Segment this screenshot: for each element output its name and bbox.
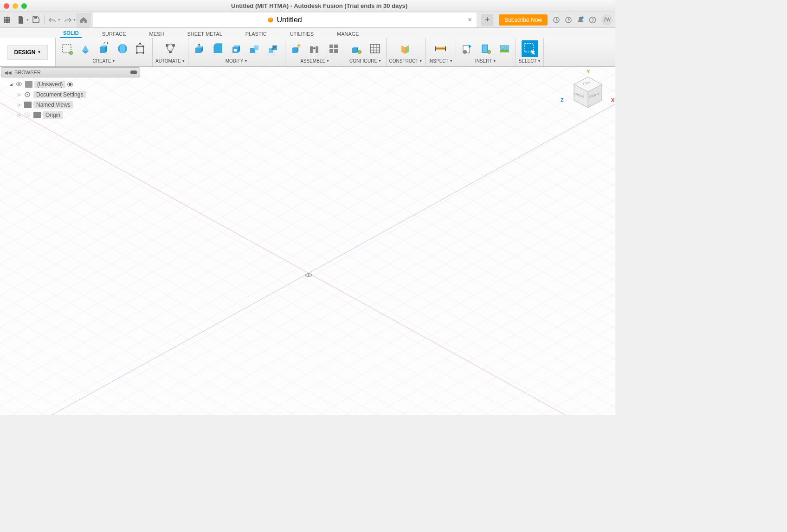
workspace-button[interactable]: DESIGN ▼ — [7, 45, 48, 60]
group-label-inspect: INSPECT — [428, 58, 448, 64]
joint-origin-button[interactable] — [325, 40, 342, 57]
insert-derive-button[interactable] — [459, 40, 476, 57]
view-cube[interactable]: Y Z X TOP FRONT RIGHT — [567, 71, 609, 113]
tab-surface[interactable]: SURFACE — [99, 30, 129, 38]
collapse-panel-icon[interactable]: ◀◀ — [4, 70, 12, 75]
new-component-button[interactable] — [288, 40, 305, 57]
save-button[interactable] — [29, 13, 43, 27]
svg-point-55 — [502, 46, 503, 48]
browser-header[interactable]: ◀◀ BROWSER — [1, 67, 140, 77]
axis-y-label: Y — [587, 69, 590, 74]
svg-rect-39 — [370, 45, 380, 53]
chevron-down-icon[interactable]: ▼ — [493, 59, 496, 63]
svg-rect-51 — [483, 45, 487, 52]
home-button[interactable] — [76, 13, 91, 27]
ribbon: DESIGN ▼ + CREATE▼ AUTOMATE▼ MODIFY▼ — [0, 38, 615, 67]
visibility-hidden-icon[interactable] — [24, 112, 32, 118]
svg-point-32 — [313, 47, 315, 49]
select-button[interactable] — [522, 40, 538, 57]
construct-plane-button[interactable] — [397, 40, 414, 57]
origin-marker-icon — [304, 271, 313, 276]
chevron-down-icon[interactable]: ▼ — [326, 59, 329, 63]
configure-button[interactable]: + — [348, 40, 365, 57]
job-status-icon[interactable] — [562, 14, 574, 26]
svg-rect-5 — [8, 19, 10, 21]
apps-grid-icon[interactable] — [0, 13, 14, 27]
tab-sheet-metal[interactable]: SHEET METAL — [184, 30, 225, 38]
ribbon-group-inspect: INSPECT▼ — [426, 38, 456, 66]
svg-line-26 — [137, 44, 140, 46]
automate-button[interactable] — [162, 40, 179, 57]
new-sketch-button[interactable]: + — [58, 40, 75, 57]
minimize-window-button[interactable] — [13, 3, 18, 9]
create-form-button[interactable] — [77, 40, 94, 57]
notifications-icon[interactable] — [574, 14, 587, 26]
close-window-button[interactable] — [4, 3, 9, 9]
svg-point-62 — [305, 273, 312, 277]
maximize-window-button[interactable] — [21, 3, 27, 9]
folder-icon — [24, 102, 32, 108]
redo-dropdown-caret-icon[interactable]: ▼ — [73, 18, 76, 21]
tab-mesh[interactable]: MESH — [147, 30, 167, 38]
expand-toggle-icon[interactable]: ▷ — [18, 103, 22, 107]
extrude-button[interactable] — [96, 40, 112, 57]
box-button[interactable] — [133, 40, 149, 57]
expand-toggle-icon[interactable]: ◢ — [9, 82, 14, 87]
user-avatar[interactable]: ZW — [601, 14, 613, 26]
group-label-modify: MODIFY — [226, 58, 244, 64]
svg-rect-2 — [8, 17, 10, 19]
expand-toggle-icon[interactable]: ▷ — [18, 113, 22, 117]
browser-panel: ◀◀ BROWSER ◢ (Unsaved) ▷ Document Settin… — [1, 67, 140, 122]
combine-button[interactable] — [247, 40, 264, 57]
subscribe-button[interactable]: Subscribe Now — [499, 14, 548, 26]
shell-button[interactable] — [228, 40, 245, 57]
active-component-radio[interactable] — [67, 82, 73, 87]
tab-plastic[interactable]: PLASTIC — [243, 30, 270, 38]
svg-rect-6 — [4, 21, 6, 23]
measure-button[interactable] — [432, 40, 449, 57]
window-title: Untitled (MIT HTMA) - Autodesk Fusion (T… — [27, 2, 612, 9]
minimize-panel-button[interactable] — [130, 71, 137, 74]
svg-line-27 — [140, 44, 143, 46]
fillet-button[interactable] — [210, 40, 226, 57]
svg-point-24 — [142, 52, 144, 54]
chevron-down-icon[interactable]: ▼ — [450, 59, 453, 63]
document-tab[interactable]: Untitled × — [93, 13, 477, 27]
chevron-down-icon[interactable]: ▼ — [378, 59, 381, 63]
configure-table-button[interactable] — [367, 40, 383, 57]
expand-toggle-icon[interactable]: ▷ — [18, 92, 22, 97]
chevron-down-icon[interactable]: ▼ — [182, 59, 185, 63]
new-tab-button[interactable]: + — [481, 14, 493, 26]
undo-dropdown-caret-icon[interactable]: ▼ — [58, 18, 61, 21]
insert-decal-button[interactable]: + — [477, 40, 494, 57]
tree-root-row[interactable]: ◢ (Unsaved) — [2, 79, 139, 90]
insert-canvas-button[interactable] — [496, 40, 513, 57]
tree-row-named-views[interactable]: ▷ Named Views — [2, 100, 139, 110]
ribbon-group-configure: + CONFIGURE▼ — [345, 38, 387, 66]
close-tab-button[interactable]: × — [468, 16, 472, 24]
tab-solid[interactable]: SOLID — [60, 29, 82, 38]
svg-text:+: + — [358, 50, 361, 54]
axis-z-label: Z — [561, 97, 564, 103]
group-label-select: SELECT — [519, 58, 537, 64]
joint-button[interactable] — [307, 40, 323, 57]
extensions-icon[interactable] — [550, 14, 562, 26]
tree-row-origin[interactable]: ▷ Origin — [2, 110, 139, 120]
svg-point-12 — [581, 16, 584, 19]
visibility-icon[interactable] — [16, 81, 23, 88]
browser-tree: ◢ (Unsaved) ▷ Document Settings ▷ Named … — [1, 77, 140, 122]
tree-item-label: Document Settings — [33, 91, 86, 98]
tab-manage[interactable]: MANAGE — [334, 30, 362, 38]
chevron-down-icon[interactable]: ▼ — [419, 59, 422, 63]
chevron-down-icon[interactable]: ▼ — [537, 59, 541, 63]
svg-rect-0 — [4, 17, 6, 19]
revolve-button[interactable] — [114, 40, 131, 57]
chevron-down-icon[interactable]: ▼ — [112, 59, 115, 63]
help-icon[interactable]: ? — [587, 14, 599, 26]
move-copy-button[interactable] — [265, 40, 282, 57]
tree-row-document-settings[interactable]: ▷ Document Settings — [2, 90, 139, 100]
tab-utilities[interactable]: UTILITIES — [287, 30, 316, 38]
press-pull-button[interactable] — [191, 40, 208, 57]
chevron-down-icon[interactable]: ▼ — [245, 59, 248, 63]
file-dropdown-caret-icon[interactable]: ▼ — [26, 18, 29, 21]
